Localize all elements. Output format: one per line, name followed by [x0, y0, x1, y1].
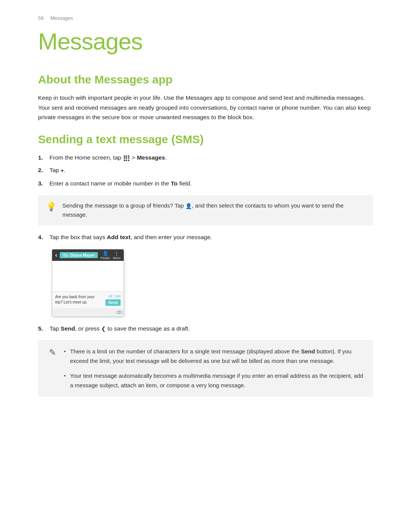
steps-list-2: 4. Tap the box that says Add text, and t… [38, 232, 373, 242]
back-chevron-icon: ❮ [101, 324, 106, 333]
phone-send-button: Send [105, 299, 121, 306]
phone-top-icons: 👤 People ⋮ Menu [100, 251, 121, 260]
phone-body [52, 261, 124, 291]
tip-box: 💡 Sending the message to a group of frie… [38, 195, 373, 225]
step-1-text: From the Home screen, tap > Messages. [49, 153, 373, 163]
people-icon-wrap: 👤 People [100, 251, 110, 260]
step-5-num: 5. [38, 324, 46, 334]
apps-grid [124, 155, 129, 161]
menu-icon-wrap: ⋮ Menu [113, 251, 121, 260]
phone-char-count: 43 / 160 [108, 294, 121, 298]
phone-attach-row: 📎 [52, 308, 124, 316]
to-field-label: To [171, 180, 178, 187]
step-1-num: 1. [38, 153, 46, 163]
people-label: People [100, 256, 110, 260]
page-breadcrumb: 59 Messages [38, 15, 373, 21]
add-text-label: Add text [107, 234, 131, 240]
step-2-text: Tap +. [49, 165, 373, 175]
page-section: Messages [50, 15, 73, 21]
phone-message-row: Are you back from your trip? Let's meet … [55, 294, 121, 306]
people-icon: 👤 [102, 251, 108, 256]
phone-message-area: Are you back from your trip? Let's meet … [52, 291, 124, 308]
phone-screenshot: ‹ To: Diana Mayer 👤 People ⋮ Menu Are yo… [52, 249, 373, 317]
phone-top-bar: ‹ To: Diana Mayer 👤 People ⋮ Menu [52, 249, 124, 261]
person-icon: 👤 [185, 202, 192, 210]
note-box: ✎ There is a limit on the number of char… [38, 340, 373, 397]
phone-send-col: 43 / 160 Send [105, 294, 121, 306]
note-bullets: There is a limit on the number of charac… [64, 347, 364, 390]
plus-icon: + [61, 166, 64, 176]
send-bold-note1: Send [301, 348, 315, 355]
phone-mockup-frame: ‹ To: Diana Mayer 👤 People ⋮ Menu Are yo… [52, 249, 124, 317]
paperclip-icon: 📎 [115, 308, 123, 316]
note-1: There is a limit on the number of charac… [64, 347, 364, 366]
phone-back-icon: ‹ [55, 252, 57, 259]
menu-label: Menu [113, 256, 121, 260]
lightbulb-icon: 💡 [46, 202, 56, 212]
note-2: Your text message automatically becomes … [64, 371, 364, 390]
steps-list-3: 5. Tap Send, or press ❮ to save the mess… [38, 324, 373, 334]
menu-icon: ⋮ [114, 251, 119, 256]
step-5: 5. Tap Send, or press ❮ to save the mess… [38, 324, 373, 334]
about-body-text: Keep in touch with important people in y… [38, 93, 373, 122]
section-heading-sms: Sending a text message (SMS) [38, 133, 373, 146]
step-5-text: Tap Send, or press ❮ to save the message… [49, 324, 373, 334]
step-3: 3. Enter a contact name or mobile number… [38, 179, 373, 189]
messages-label: Messages [137, 154, 165, 161]
step-3-text: Enter a contact name or mobile number in… [49, 179, 373, 189]
page-number: 59 [38, 15, 43, 21]
tip-text: Sending the message to a group of friend… [62, 201, 365, 219]
step-1: 1. From the Home screen, tap > Messages. [38, 153, 373, 163]
step-2-num: 2. [38, 165, 46, 175]
phone-to-field: To: Diana Mayer [60, 252, 98, 258]
step-2: 2. Tap +. [38, 165, 373, 175]
step-3-num: 3. [38, 179, 46, 189]
step-4: 4. Tap the box that says Add text, and t… [38, 232, 373, 242]
step-4-text: Tap the box that says Add text, and then… [49, 232, 373, 242]
pencil-icon: ✎ [47, 348, 58, 358]
section-heading-about: About the Messages app [38, 73, 373, 86]
send-label-step5: Send [61, 325, 75, 332]
steps-list-1: 1. From the Home screen, tap > Messages.… [38, 153, 373, 188]
step-4-num: 4. [38, 232, 46, 242]
grid-apps-icon [123, 153, 130, 162]
page-title: Messages [38, 28, 373, 55]
phone-message-text: Are you back from your trip? Let's meet … [55, 294, 99, 305]
